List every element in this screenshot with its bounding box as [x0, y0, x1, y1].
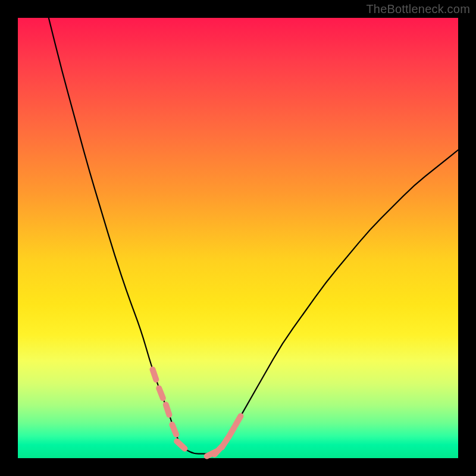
chart-frame: TheBottleneck.com	[0, 0, 476, 476]
trough-marker-tick	[236, 416, 241, 425]
trough-marker-tick	[177, 441, 184, 449]
watermark-text: TheBottleneck.com	[366, 2, 470, 16]
trough-markers	[153, 369, 241, 456]
trough-marker-tick	[172, 425, 176, 435]
curve-layer	[18, 18, 458, 458]
trough-marker-tick	[166, 405, 170, 415]
bottleneck-curve	[49, 18, 458, 454]
trough-marker-tick	[153, 369, 156, 380]
plot-area	[18, 18, 458, 458]
trough-marker-tick	[228, 428, 234, 437]
trough-marker-tick	[159, 389, 163, 399]
trough-marker-tick	[222, 439, 228, 447]
